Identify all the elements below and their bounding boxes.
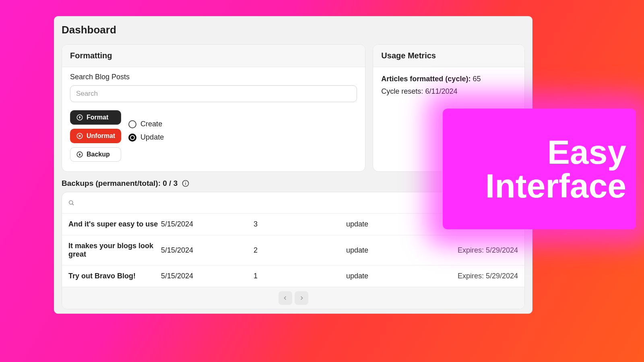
download-circle-icon — [76, 151, 83, 158]
format-button[interactable]: Format — [70, 110, 121, 125]
row-count: 1 — [254, 272, 346, 280]
metrics-articles-value: 65 — [473, 75, 481, 83]
unformat-button[interactable]: Unformat — [70, 129, 121, 143]
row-action: update — [346, 220, 435, 228]
row-expires: Expires: 5/29/2024 — [435, 272, 518, 280]
row-count: 3 — [254, 220, 346, 228]
metrics-body: Articles formatted (cycle): 65 Cycle res… — [373, 67, 524, 107]
svg-point-6 — [69, 201, 73, 204]
row-action: update — [346, 246, 435, 255]
backups-heading-text: Backups (permanent/total): 0 / 3 — [62, 179, 178, 188]
page-next-button[interactable] — [295, 291, 308, 305]
formatting-controls: Format Unformat — [70, 110, 357, 162]
backup-button[interactable]: Backup — [70, 147, 121, 162]
row-title: Try out Bravo Blog! — [68, 272, 161, 280]
svg-line-7 — [72, 204, 74, 205]
metrics-articles-line: Articles formatted (cycle): 65 — [381, 73, 516, 85]
page-prev-button[interactable] — [279, 291, 292, 305]
promo-line-2: Interface — [485, 169, 626, 203]
mode-update-label: Update — [140, 133, 164, 142]
row-count: 2 — [254, 246, 346, 255]
cancel-circle-icon — [76, 132, 83, 140]
info-icon[interactable] — [182, 179, 190, 187]
row-title: It makes your blogs look great — [68, 242, 161, 259]
table-row[interactable]: Try out Bravo Blog!5/15/20241updateExpir… — [62, 265, 524, 287]
row-date: 5/15/2024 — [161, 246, 254, 255]
mode-radio-group: Create Update — [128, 110, 164, 142]
row-expires: Expires: 5/29/2024 — [435, 246, 518, 255]
row-title: And it's super easy to use — [68, 220, 161, 228]
table-row[interactable]: It makes your blogs look great5/15/20242… — [62, 235, 524, 265]
radio-icon — [128, 120, 136, 128]
mode-radio-update[interactable]: Update — [128, 133, 164, 142]
table-pagination — [62, 287, 524, 309]
svg-point-5 — [185, 182, 186, 183]
chevron-right-icon — [298, 295, 305, 301]
row-date: 5/15/2024 — [161, 272, 254, 280]
page-title: Dashboard — [54, 16, 532, 44]
row-date: 5/15/2024 — [161, 220, 254, 228]
metrics-resets-label: Cycle resets: — [381, 87, 423, 95]
row-action: update — [346, 272, 435, 280]
mode-radio-create[interactable]: Create — [128, 120, 164, 128]
formatting-header: Formatting — [62, 45, 365, 67]
formatting-body: Search Blog Posts Format — [62, 67, 365, 171]
metrics-resets-value: 6/11/2024 — [425, 87, 457, 95]
radio-icon — [128, 134, 136, 142]
upload-circle-icon — [76, 114, 83, 121]
metrics-header: Usage Metrics — [373, 45, 524, 67]
metrics-articles-label: Articles formatted (cycle): — [381, 75, 471, 83]
search-posts-input[interactable] — [70, 85, 357, 102]
mode-create-label: Create — [140, 120, 162, 128]
formatting-card: Formatting Search Blog Posts Format — [62, 44, 365, 172]
format-button-label: Format — [87, 114, 108, 121]
promo-line-1: Easy — [547, 135, 626, 169]
search-posts-label: Search Blog Posts — [70, 73, 357, 81]
backup-button-label: Backup — [87, 151, 110, 158]
unformat-button-label: Unformat — [87, 132, 115, 140]
metrics-resets-line: Cycle resets: 6/11/2024 — [381, 85, 516, 98]
search-icon — [68, 199, 75, 206]
chevron-left-icon — [282, 295, 289, 301]
action-buttons: Format Unformat — [70, 110, 121, 162]
promo-overlay: Easy Interface — [443, 109, 636, 229]
